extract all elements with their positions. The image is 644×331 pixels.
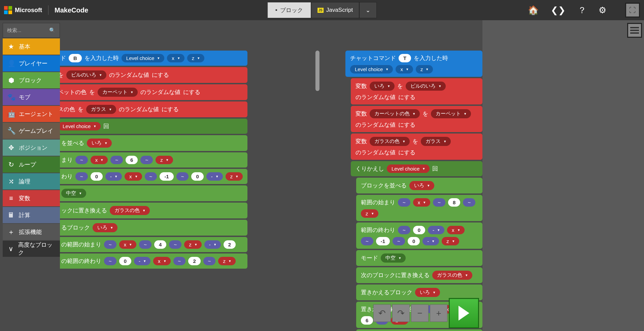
dash[interactable]: - — [204, 240, 221, 249]
category-1[interactable]: 👤プレイヤー — [3, 55, 60, 71]
rep-end-block[interactable]: の範囲の終わり ~ 0 - x ~ 2 ~ z — [60, 253, 247, 269]
var-iro[interactable]: いろ — [370, 82, 395, 91]
set-var-1[interactable]: 変数 いろ を ビルのいろ のランダムな値 にする — [351, 78, 482, 104]
help-icon[interactable]: ？ — [578, 4, 586, 16]
arg-x[interactable]: x — [167, 54, 184, 62]
pill-biru[interactable]: ビルのいろ — [406, 82, 446, 91]
category-2[interactable]: ⬢ブロック — [3, 72, 60, 88]
x-pill[interactable]: x — [153, 257, 171, 265]
range-start-block[interactable]: まり ~ x ~ 6 ~ z — [60, 152, 247, 168]
x-pill[interactable]: x — [91, 156, 108, 164]
fill-block[interactable]: を並べる いろ — [60, 135, 247, 151]
val-0b[interactable]: 0 — [408, 237, 420, 245]
rep-end-block[interactable]: 置きかえの範囲の終わり — [356, 329, 482, 331]
var-carpet[interactable]: カーペットの色 — [370, 109, 420, 118]
range-end-block[interactable]: 範囲の終わり ~ 0 - x ~ -1 ~ 0 - z — [356, 222, 482, 249]
val-0[interactable]: 0 — [413, 226, 425, 234]
category-0[interactable]: ★基本 — [3, 38, 60, 55]
play-button[interactable] — [449, 298, 479, 328]
undo-button[interactable]: ↶ — [373, 304, 391, 322]
val-2[interactable]: 2 — [224, 240, 236, 249]
category-9[interactable]: ≡変数 — [3, 190, 60, 206]
z-pill[interactable]: z — [156, 156, 173, 164]
pill-carpet[interactable]: カーペット — [431, 109, 471, 118]
val-0b[interactable]: 0 — [191, 172, 203, 181]
replace-block[interactable]: ックに置き換える ガラスの色 — [60, 203, 247, 218]
repeat-var[interactable]: Level choice — [387, 164, 430, 173]
var-glass[interactable]: ガラスの色 — [370, 137, 410, 146]
pill-carpet[interactable]: カーペット — [98, 88, 138, 97]
z-pill[interactable]: z — [218, 257, 236, 265]
cmd-value[interactable]: B — [69, 54, 82, 62]
fill-var[interactable]: いろ — [409, 181, 434, 190]
share-icon[interactable]: ❮❯ — [551, 5, 566, 16]
z-pill[interactable]: z — [184, 240, 202, 249]
pill-biru[interactable]: ビルのいろ — [66, 70, 106, 80]
category-8[interactable]: ⤭論理 — [3, 173, 60, 189]
dash[interactable]: - — [428, 226, 444, 234]
arg-level[interactable]: Level choice — [350, 65, 393, 73]
mode-pill[interactable]: 中空 — [61, 189, 86, 198]
pill-glass[interactable]: ガラス — [86, 105, 116, 114]
trigger-block[interactable]: チャットコマンド T を入力した時 Level choice x z — [345, 51, 482, 77]
fill-var[interactable]: いろ — [87, 139, 112, 148]
home-icon[interactable]: 🏠 — [528, 5, 539, 16]
z-pill[interactable]: z — [226, 172, 243, 181]
mode-block[interactable]: 中空 — [60, 185, 247, 201]
z-pill[interactable]: z — [442, 237, 459, 245]
zoom-in-button[interactable]: + — [430, 304, 447, 322]
set-var-2[interactable]: ペットの色 を カーペット のランダムな値 にする — [60, 84, 247, 100]
search-input[interactable]: 検索... 🔍 — [3, 23, 60, 38]
replace-block[interactable]: 次のブロックに置き換える ガラスの色 — [356, 267, 482, 283]
val-4[interactable]: 4 — [154, 240, 166, 249]
dash[interactable]: - — [206, 172, 223, 181]
val-neg1[interactable]: -1 — [376, 237, 390, 245]
x-pill[interactable]: x — [413, 198, 431, 207]
val-8[interactable]: 8 — [448, 198, 460, 207]
set-var-3[interactable]: 変数 ガラスの色 を ガラス のランダムな値 にする — [351, 133, 482, 160]
arg-z[interactable]: z — [187, 54, 205, 62]
redo-button[interactable]: ↷ — [392, 304, 410, 322]
zoom-out-button[interactable]: − — [411, 304, 429, 322]
val-0[interactable]: 0 — [91, 172, 103, 181]
category-12[interactable]: ∨高度なブロック — [3, 241, 60, 257]
trigger-block[interactable]: ンド B を入力した時 Level choice x z — [60, 51, 247, 66]
replace-var[interactable]: ガラスの色 — [110, 206, 150, 215]
range-end-block[interactable]: わり ~ 0 - x ~ -1 ~ 0 - z — [60, 169, 247, 184]
tab-dropdown[interactable]: ⌄ — [359, 2, 377, 18]
arg-x[interactable]: x — [396, 65, 413, 73]
microsoft-logo[interactable]: Microsoft — [4, 6, 42, 14]
arg-level[interactable]: Level choice — [122, 54, 164, 62]
tab-javascript[interactable]: JS JavaScript — [311, 2, 360, 18]
category-7[interactable]: ↻ループ — [3, 156, 60, 173]
category-4[interactable]: 🤖エージェント — [3, 106, 60, 122]
category-6[interactable]: ✥ポジション — [3, 140, 60, 156]
dash[interactable]: - — [134, 257, 150, 265]
mode-block[interactable]: モード 中空 — [356, 250, 482, 266]
arg-z[interactable]: z — [416, 65, 433, 73]
x-pill[interactable]: x — [447, 226, 465, 234]
settings-icon[interactable]: ⚙ — [599, 5, 606, 16]
category-10[interactable]: 🖩計算 — [3, 207, 60, 223]
block-chat-command-t[interactable]: チャットコマンド T を入力した時 Level choice x z 変数 いろ… — [345, 51, 482, 331]
hamburger-menu-button[interactable] — [627, 23, 642, 38]
dash[interactable]: - — [105, 172, 122, 181]
val-neg1[interactable]: -1 — [160, 172, 173, 181]
makecode-logo[interactable]: MakeCode — [55, 6, 88, 14]
cmd-value[interactable]: T — [399, 54, 411, 62]
tab-blocks[interactable]: ▪ ブロック — [267, 2, 311, 18]
repeat-var[interactable]: Level choice — [60, 122, 101, 130]
range-start-block[interactable]: 範囲の始まり ~ x ~ 8 ~ z — [356, 195, 482, 221]
val-2[interactable]: 2 — [188, 257, 200, 265]
z-pill[interactable]: z — [361, 209, 378, 218]
fill-block[interactable]: ブロックを並べる いろ — [356, 178, 482, 193]
set-var-2[interactable]: 変数 カーペットの色 を カーペット のランダムな値 にする — [351, 106, 482, 132]
category-3[interactable]: 🐾モブ — [3, 89, 60, 105]
place-var[interactable]: いろ — [415, 288, 440, 297]
blocks-workspace[interactable]: ンド B を入力した時 Level choice x z を ビルのいろ のラン… — [60, 20, 482, 331]
rep-start-block[interactable]: の範囲の始まり ~ x ~ 4 ~ z - 2 — [60, 237, 247, 252]
set-var-3[interactable]: スの色 を ガラス のランダムな値 にする — [60, 101, 247, 117]
dash[interactable]: - — [422, 237, 439, 245]
fullscreen-button[interactable]: ⛶ — [625, 3, 640, 18]
repeat-block[interactable]: Level choice 回 — [60, 119, 247, 134]
